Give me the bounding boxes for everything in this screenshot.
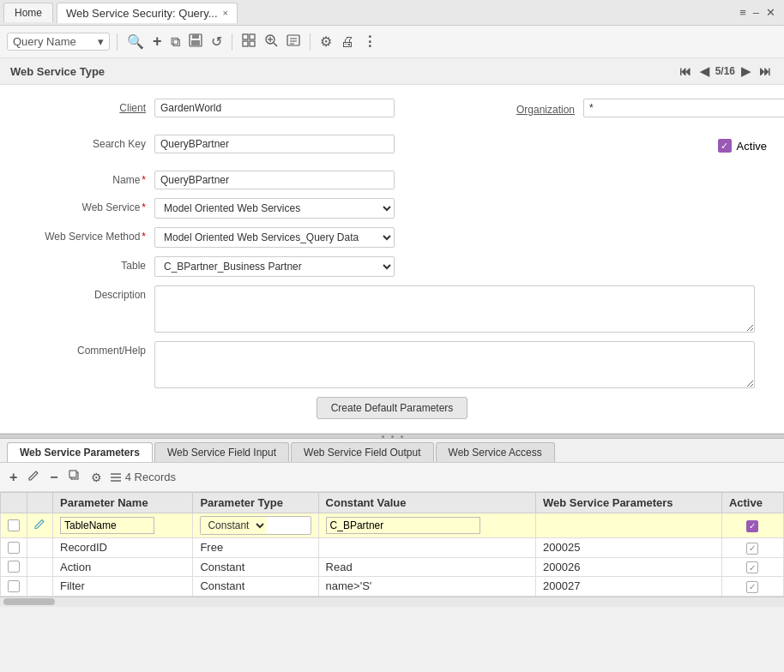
tab-web-service-params[interactable]: Web Service Parameters xyxy=(7,442,153,462)
tab-web-service-field-input[interactable]: Web Service Field Input xyxy=(154,442,289,462)
row4-checkbox-cell xyxy=(1,577,27,597)
search-key-input[interactable] xyxy=(154,135,395,153)
nav-first-btn[interactable]: ⏮ xyxy=(677,63,694,79)
row4-active-check[interactable]: ✓ xyxy=(746,581,758,593)
tab-bar: Home Web Service Security: Query... × ≡ … xyxy=(0,0,784,26)
description-textarea[interactable] xyxy=(154,285,755,333)
row2-constant-value xyxy=(318,538,535,558)
active-col: ✓ Active xyxy=(718,135,767,153)
form-icon[interactable] xyxy=(284,32,303,52)
row1-type-select-wrap[interactable]: Constant Free xyxy=(200,516,311,535)
form-row-webservice: Web Service Model Oriented Web Services xyxy=(17,198,767,219)
tabs-left: Home Web Service Security: Query... × xyxy=(3,3,238,23)
th-edit xyxy=(27,493,53,513)
table-select[interactable]: C_BPartner_Business Partner xyxy=(155,257,394,276)
settings-icon[interactable]: ⚙ xyxy=(317,32,335,51)
row1-type-select[interactable]: Constant Free xyxy=(201,517,267,534)
add-icon[interactable]: + xyxy=(150,31,165,52)
search-icon[interactable]: 🔍 xyxy=(124,32,147,51)
searchkey-col: Search Key xyxy=(17,135,666,162)
row1-active-check[interactable]: ✓ xyxy=(746,520,758,532)
undo-icon[interactable]: ↺ xyxy=(208,32,225,51)
web-service-select[interactable]: Model Oriented Web Services xyxy=(155,199,394,218)
print-icon[interactable]: 🖨 xyxy=(338,33,357,51)
scrollbar-thumb[interactable] xyxy=(3,598,55,605)
minimize-icon[interactable]: – xyxy=(753,6,759,19)
svg-rect-19 xyxy=(111,480,121,482)
row1-param-name[interactable] xyxy=(53,513,193,538)
row1-constant-input[interactable] xyxy=(326,517,480,534)
row1-active: ✓ xyxy=(721,513,783,538)
row3-param-type: Constant xyxy=(193,557,318,577)
org-label[interactable]: Organization xyxy=(446,100,583,116)
sub-edit-icon[interactable] xyxy=(25,468,42,486)
org-input[interactable] xyxy=(583,99,784,117)
section-title-text: Web Service Type xyxy=(10,65,105,78)
row1-checkbox[interactable] xyxy=(8,519,20,531)
row2-ws-params: 200025 xyxy=(536,538,722,558)
nav-last-btn[interactable]: ⏭ xyxy=(757,63,774,79)
client-label[interactable]: Client xyxy=(17,99,154,114)
nav-prev-btn[interactable]: ◀ xyxy=(697,63,712,79)
client-input[interactable] xyxy=(154,99,395,117)
splitter-dot-2 xyxy=(391,435,394,438)
zoom-icon[interactable] xyxy=(262,32,280,52)
row1-checkbox-cell xyxy=(1,513,27,538)
form-row-table: Table C_BPartner_Business Partner xyxy=(17,256,767,277)
row1-ws-params xyxy=(536,513,722,538)
tab-bar-right: ≡ – ✕ xyxy=(739,6,781,19)
comment-label: Comment/Help xyxy=(17,341,154,357)
row3-checkbox[interactable] xyxy=(8,561,20,573)
th-constant-value: Constant Value xyxy=(318,493,535,513)
row4-ws-params: 200027 xyxy=(536,577,722,597)
nav-next-btn[interactable]: ▶ xyxy=(739,63,753,79)
close-icon[interactable]: ✕ xyxy=(766,6,775,19)
row1-edit-icon[interactable] xyxy=(34,520,45,532)
dropdown-arrow-icon: ▾ xyxy=(98,35,104,48)
ws-method-select-wrap[interactable]: Model Oriented Web Services_Query Data xyxy=(154,227,395,248)
row1-param-name-input[interactable] xyxy=(60,517,154,534)
splitter-dot-3 xyxy=(401,435,403,438)
row4-checkbox[interactable] xyxy=(8,580,20,592)
sub-add-icon[interactable]: + xyxy=(7,468,20,487)
tab-home[interactable]: Home xyxy=(3,3,53,22)
more-icon[interactable]: ⋮ xyxy=(360,32,379,51)
create-default-btn[interactable]: Create Default Parameters xyxy=(317,397,468,419)
query-name-dropdown[interactable]: Query Name ▾ xyxy=(7,33,110,51)
sub-settings-icon[interactable]: ⚙ xyxy=(88,469,105,486)
svg-rect-1 xyxy=(192,34,199,39)
tab-active[interactable]: Web Service Security: Query... × xyxy=(57,3,238,23)
params-table: Parameter Name Parameter Type Constant V… xyxy=(0,492,784,597)
table-select-wrap[interactable]: C_BPartner_Business Partner xyxy=(154,256,395,277)
copy-icon[interactable]: ⧉ xyxy=(168,33,183,51)
grid-icon[interactable] xyxy=(239,32,258,52)
comment-textarea[interactable] xyxy=(154,341,755,388)
form-area: Client Organization Search Key ✓ Active … xyxy=(0,85,784,434)
ws-method-select[interactable]: Model Oriented Web Services_Query Data xyxy=(155,228,394,247)
tab-close-btn[interactable]: × xyxy=(223,8,228,18)
svg-line-8 xyxy=(274,43,277,46)
save-icon[interactable] xyxy=(186,32,205,52)
web-service-select-wrap[interactable]: Model Oriented Web Services xyxy=(154,198,395,219)
active-checkbox-wrap: ✓ Active xyxy=(718,136,767,153)
web-service-label: Web Service xyxy=(17,198,154,213)
table-row: Constant Free ✓ xyxy=(1,513,784,538)
records-count: 4 Records xyxy=(125,471,176,483)
active-checkbox[interactable]: ✓ xyxy=(718,139,732,153)
svg-rect-2 xyxy=(191,40,200,45)
tab-web-service-field-output[interactable]: Web Service Field Output xyxy=(291,442,434,462)
svg-rect-16 xyxy=(69,471,76,477)
row2-checkbox[interactable] xyxy=(8,542,20,554)
row3-active-check[interactable]: ✓ xyxy=(746,561,758,573)
name-input[interactable] xyxy=(154,171,395,189)
tab-web-service-access[interactable]: Web Service Access xyxy=(436,442,555,462)
row2-active-check[interactable]: ✓ xyxy=(746,543,758,555)
form-row-name: Name xyxy=(17,171,767,189)
sub-delete-icon[interactable]: − xyxy=(47,468,60,487)
row3-ws-params: 200026 xyxy=(536,557,722,577)
table-row: RecordID Free 200025 ✓ xyxy=(1,538,784,558)
form-row-comment: Comment/Help xyxy=(17,341,767,388)
hamburger-icon[interactable]: ≡ xyxy=(739,6,746,19)
sub-copy-icon[interactable] xyxy=(66,468,83,486)
horizontal-scrollbar[interactable] xyxy=(0,597,784,607)
